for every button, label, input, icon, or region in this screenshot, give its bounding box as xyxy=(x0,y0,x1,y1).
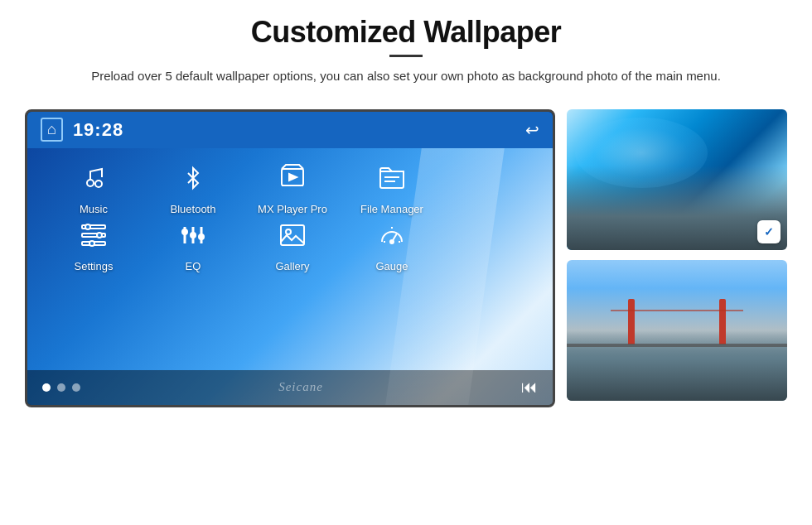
svg-point-20 xyxy=(199,234,204,239)
time-display: 19:28 xyxy=(73,119,123,141)
bridge-road xyxy=(567,344,787,347)
page-header: Customized Wallpaper Preload over 5 defa… xyxy=(0,0,812,94)
app-bluetooth[interactable]: Bluetooth xyxy=(143,163,243,215)
settings-label: Settings xyxy=(75,260,114,272)
bluetooth-icon xyxy=(178,163,208,200)
eq-label: EQ xyxy=(186,260,201,272)
notification-badge: ✓ xyxy=(757,220,781,243)
screen-bottombar: Seicane ⏮ xyxy=(27,370,553,405)
car-screen: ⌂ 19:28 ↩ xyxy=(25,109,555,407)
svg-point-22 xyxy=(286,229,291,234)
screen-body: Music Bluetooth xyxy=(27,148,553,405)
skip-back-icon[interactable]: ⏮ xyxy=(521,378,538,397)
svg-point-11 xyxy=(89,241,94,246)
svg-point-14 xyxy=(182,229,187,234)
file-manager-label: File Manager xyxy=(360,203,423,215)
svg-marker-3 xyxy=(289,174,297,181)
bridge-cable xyxy=(611,310,743,311)
back-icon: ↩ xyxy=(525,121,539,139)
svg-point-10 xyxy=(97,233,102,238)
watermark: Seicane xyxy=(278,380,323,394)
app-row-1: Music Bluetooth xyxy=(44,163,536,215)
music-label: Music xyxy=(80,203,108,215)
content-area: ⌂ 19:28 ↩ xyxy=(0,109,812,407)
eq-icon xyxy=(178,220,208,257)
photos-column: ✓ xyxy=(567,109,787,401)
app-settings[interactable]: Settings xyxy=(44,220,143,272)
player-icon xyxy=(278,163,307,200)
svg-point-17 xyxy=(191,233,196,238)
home-icon: ⌂ xyxy=(47,121,56,137)
folder-icon xyxy=(377,163,407,200)
bridge-tower-right xyxy=(719,299,726,344)
app-gallery[interactable]: Gallery xyxy=(243,220,342,272)
page-dots xyxy=(42,383,80,392)
page-title: Customized Wallpaper xyxy=(50,15,762,50)
dot-3[interactable] xyxy=(72,383,80,392)
music-icon xyxy=(79,163,109,200)
app-gauge[interactable]: Gauge xyxy=(342,220,442,272)
dot-2[interactable] xyxy=(57,383,65,392)
dot-1[interactable] xyxy=(42,383,51,392)
svg-point-9 xyxy=(85,224,90,229)
gallery-icon xyxy=(278,220,307,257)
gallery-label: Gallery xyxy=(275,260,309,272)
bluetooth-label: Bluetooth xyxy=(171,203,216,215)
home-button[interactable]: ⌂ xyxy=(41,118,63,142)
app-grid: Music Bluetooth xyxy=(27,157,553,279)
gauge-icon xyxy=(377,220,407,257)
mx-player-label: MX Player Pro xyxy=(258,203,327,215)
photo-bridge xyxy=(567,260,787,401)
svg-point-0 xyxy=(95,181,102,187)
app-eq[interactable]: EQ xyxy=(143,220,243,272)
back-button[interactable]: ↩ xyxy=(525,120,539,140)
title-underline xyxy=(389,55,423,57)
app-mx-player[interactable]: MX Player Pro xyxy=(243,163,342,215)
screen-topbar: ⌂ 19:28 ↩ xyxy=(27,112,553,148)
page-subtitle: Preload over 5 default wallpaper options… xyxy=(66,67,746,86)
app-file-manager[interactable]: File Manager xyxy=(342,163,442,215)
photo-ice-cave: ✓ xyxy=(567,109,787,250)
app-music[interactable]: Music xyxy=(44,163,143,215)
svg-rect-21 xyxy=(281,225,304,245)
gauge-label: Gauge xyxy=(375,260,408,272)
settings-icon xyxy=(79,220,109,257)
bridge-tower-left xyxy=(628,299,635,344)
svg-point-24 xyxy=(390,240,394,243)
app-row-2: Settings xyxy=(44,220,536,272)
topbar-left: ⌂ 19:28 xyxy=(41,118,123,142)
